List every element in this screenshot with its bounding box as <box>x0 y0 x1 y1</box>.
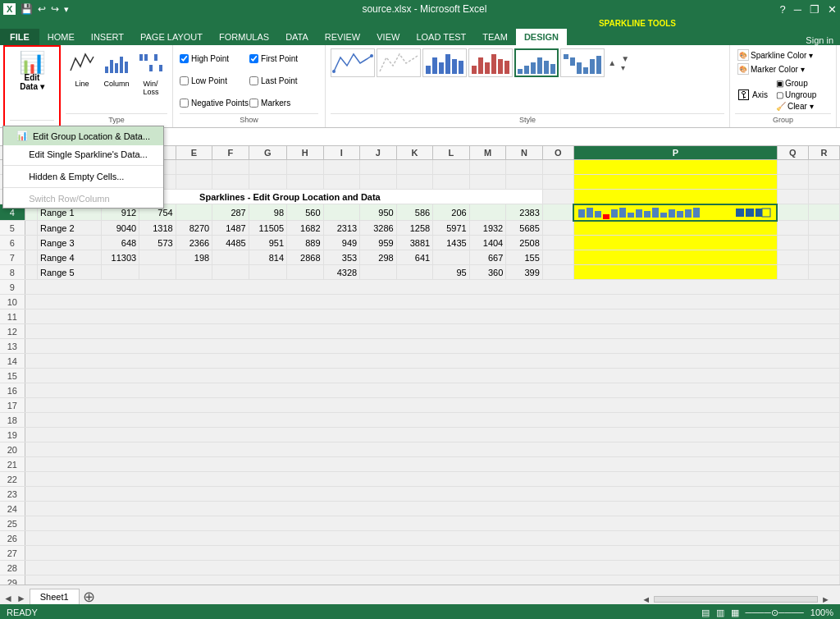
line-label: Line <box>75 80 89 88</box>
style-1[interactable] <box>331 48 375 77</box>
sparkline-color-btn[interactable]: 🎨 Sparkline Color ▾ <box>735 48 831 62</box>
add-sheet-btn[interactable]: ⊕ <box>80 589 98 604</box>
col-header-I[interactable]: I <box>323 146 360 160</box>
column-type-btn[interactable]: Column <box>100 48 133 89</box>
marker-color-btn[interactable]: 🎨 Marker Color ▾ <box>735 62 831 76</box>
hidden-empty-cells-item[interactable]: Hidden & Empty Cells... <box>3 167 163 186</box>
view-pagebreak-icon[interactable]: ▦ <box>731 608 739 618</box>
svg-rect-12 <box>426 66 431 74</box>
style-2[interactable] <box>377 48 421 77</box>
range4-label[interactable]: Range 4 <box>38 250 102 265</box>
col-header-O[interactable]: O <box>542 146 573 160</box>
help-icon[interactable]: ? <box>780 3 786 16</box>
last-point-label: Last Point <box>261 76 297 85</box>
horizontal-scroll-right[interactable]: ► <box>821 594 830 604</box>
low-point-check[interactable]: Low Point <box>180 71 249 92</box>
sheet1-tab[interactable]: Sheet1 <box>30 589 80 604</box>
table-row: 21 <box>0 457 840 472</box>
axis-btn[interactable]: ⚿ Axis <box>735 88 770 103</box>
col-header-F[interactable]: F <box>212 146 249 160</box>
minimize-icon[interactable]: ─ <box>794 3 801 16</box>
col-header-P[interactable]: P <box>573 146 777 160</box>
svg-rect-18 <box>472 66 477 74</box>
horizontal-scroll-left[interactable]: ◄ <box>641 594 651 604</box>
svg-rect-13 <box>432 57 437 74</box>
group-btn[interactable]: ▣ Group <box>774 78 831 89</box>
tab-review[interactable]: REVIEW <box>317 29 368 45</box>
last-point-checkbox[interactable] <box>249 76 258 85</box>
svg-point-10 <box>332 70 336 73</box>
col-header-Q[interactable]: Q <box>777 146 808 160</box>
negative-points-check[interactable]: Negative Points <box>180 92 249 113</box>
zoom-slider[interactable]: ────⊙──── <box>746 608 804 618</box>
high-point-checkbox[interactable] <box>180 54 189 63</box>
switch-row-col-item: Switch Row/Column <box>3 190 163 208</box>
first-point-checkbox[interactable] <box>249 54 258 63</box>
line-type-btn[interactable]: Line <box>66 48 98 89</box>
svg-rect-22 <box>498 59 503 74</box>
tab-design[interactable]: DESIGN <box>516 29 567 45</box>
ungroup-icon: ▢ <box>776 90 783 99</box>
first-point-check[interactable]: First Point <box>249 48 318 70</box>
tab-formulas[interactable]: FORMULAS <box>211 29 277 45</box>
tab-file[interactable]: FILE <box>0 29 39 45</box>
tab-insert[interactable]: INSERT <box>83 29 132 45</box>
col-header-H[interactable]: H <box>287 146 324 160</box>
col-header-N[interactable]: N <box>506 146 543 160</box>
markers-check[interactable]: Markers <box>249 92 318 113</box>
tab-team[interactable]: TEAM <box>474 29 516 45</box>
range2-label[interactable]: Range 2 <box>38 221 102 236</box>
view-layout-icon[interactable]: ▥ <box>716 608 724 618</box>
edit-group-location-item[interactable]: 📊 Edit Group Location & Data... <box>3 126 163 145</box>
col-header-K[interactable]: K <box>396 146 433 160</box>
tab-loadtest[interactable]: LOAD TEST <box>408 29 474 45</box>
style-scroll-up[interactable]: ▲ <box>606 48 618 77</box>
style-6[interactable] <box>560 48 605 77</box>
range3-label[interactable]: Range 3 <box>38 236 102 250</box>
tab-view[interactable]: VIEW <box>368 29 408 45</box>
col-header-J[interactable]: J <box>360 146 397 160</box>
sign-in-btn[interactable]: Sign in <box>806 35 833 45</box>
edit-single-sparkline-item[interactable]: Edit Single Sparkline's Data... <box>3 145 163 163</box>
group-group-label: Group <box>735 113 831 124</box>
next-sheet-btn[interactable]: ► <box>16 593 26 604</box>
style-scroll-down[interactable]: ▼▾ <box>619 48 631 77</box>
table-row: 5 Range 2 9040 1318 8270 1487 11505 1682… <box>0 221 840 236</box>
range5-label[interactable]: Range 5 <box>38 265 102 280</box>
low-point-checkbox[interactable] <box>180 76 189 85</box>
col-header-M[interactable]: M <box>469 146 506 160</box>
tab-data[interactable]: DATA <box>277 29 317 45</box>
group-icon: ▣ <box>776 79 783 88</box>
undo-quick-btn[interactable]: ↩ <box>38 3 46 15</box>
save-quick-btn[interactable]: 💾 <box>21 3 33 15</box>
last-point-check[interactable]: Last Point <box>249 71 318 92</box>
style-4[interactable] <box>468 48 513 77</box>
style-5-selected[interactable] <box>514 48 559 77</box>
tab-pagelayout[interactable]: PAGE LAYOUT <box>132 29 211 45</box>
col-header-L[interactable]: L <box>433 146 470 160</box>
edit-group-label <box>10 120 54 122</box>
markers-checkbox[interactable] <box>249 99 258 108</box>
sparkline-p4[interactable] <box>573 204 777 221</box>
formula-input[interactable] <box>73 132 837 142</box>
clear-btn[interactable]: 🧹 Clear ▾ <box>774 101 831 112</box>
prev-sheet-btn[interactable]: ◄ <box>3 593 13 604</box>
restore-icon[interactable]: ❐ <box>810 3 819 16</box>
high-point-check[interactable]: High Point <box>180 48 249 70</box>
redo-quick-btn[interactable]: ↪ <box>51 3 59 15</box>
col-header-E[interactable]: E <box>176 146 212 160</box>
winloss-type-btn[interactable]: Win/Loss <box>135 48 167 98</box>
axis-icon: ⚿ <box>737 89 751 102</box>
view-normal-icon[interactable]: ▤ <box>701 608 710 618</box>
col-header-R[interactable]: R <box>808 146 839 160</box>
switch-text: Switch Row/Column <box>29 194 109 204</box>
ungroup-btn[interactable]: ▢ Ungroup <box>774 89 831 100</box>
horizontal-scrollbar[interactable] <box>654 596 818 603</box>
edit-data-button[interactable]: 📊 EditData ▾ <box>10 50 54 120</box>
svg-rect-21 <box>491 54 496 74</box>
tab-home[interactable]: HOME <box>39 29 83 45</box>
style-3[interactable] <box>422 48 467 77</box>
negative-points-checkbox[interactable] <box>180 99 189 108</box>
col-header-G[interactable]: G <box>249 146 286 160</box>
close-icon[interactable]: ✕ <box>828 3 837 16</box>
